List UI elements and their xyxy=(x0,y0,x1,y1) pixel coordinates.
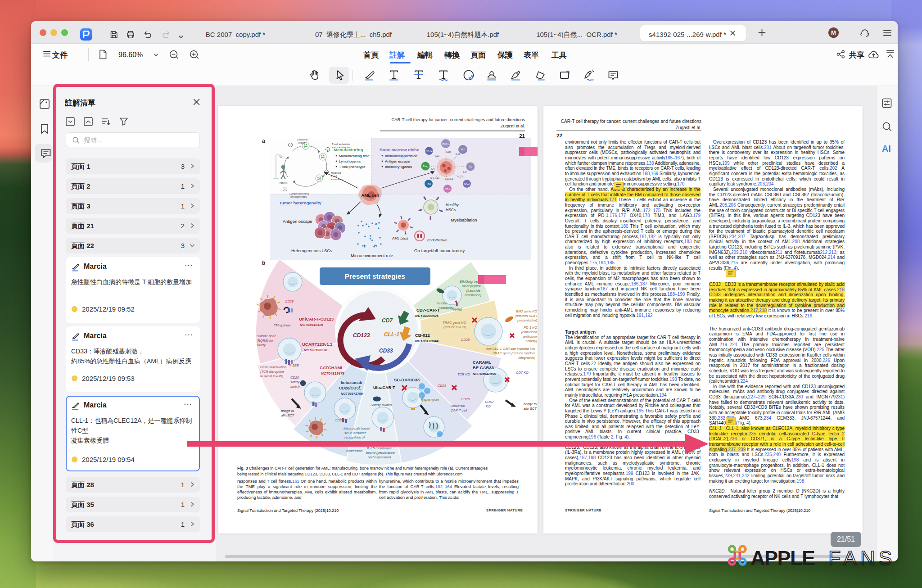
svg-text:Universal: Universal xyxy=(451,404,465,408)
svg-text:Fig. 3 Challenges in CAR-T c: Fig. 3 Challenges in CAR-T cell generati… xyxy=(237,466,488,470)
svg-text:T-cell activation: T-cell activation xyxy=(332,143,350,145)
svg-text:On-target/off-tumor toxicity: On-target/off-tumor toxicity xyxy=(414,248,465,253)
svg-text:Zugasti et al.: Zugasti et al. xyxy=(501,123,525,128)
svg-text:Lentiviral: Lentiviral xyxy=(297,138,307,141)
svg-text:FANS: FANS xyxy=(828,547,896,568)
svg-text:UniCAR-T-CD123: UniCAR-T-CD123 xyxy=(299,317,334,321)
svg-text:CD52: CD52 xyxy=(485,400,494,404)
svg-text:MDSC: MDSC xyxy=(442,142,450,145)
svg-text:(RQR8) for: (RQR8) for xyxy=(257,339,273,343)
svg-text:IL1B: IL1B xyxy=(446,150,451,153)
svg-text:Gene inactivation: Gene inactivation xyxy=(260,365,286,369)
svg-text:CATCHAML: CATCHAML xyxy=(320,365,343,370)
svg-text:VHH6: VHH6 xyxy=(453,308,462,312)
svg-text:APPLE: APPLE xyxy=(750,547,815,568)
svg-text:Modified: Modified xyxy=(331,172,341,174)
svg-text:presentation): presentation) xyxy=(517,318,537,322)
svg-text:CD123: CD123 xyxy=(353,332,370,339)
svg-text:resistance): resistance) xyxy=(465,293,481,297)
svg-text:integration): integration) xyxy=(518,356,535,360)
svg-text:CD7-CAR-T: CD7-CAR-T xyxy=(416,308,440,312)
svg-text:to avoid GvHD): to avoid GvHD) xyxy=(260,374,284,378)
svg-text:Treg: Treg xyxy=(423,165,428,167)
svg-text:T cell phenotype: T cell phenotype xyxy=(339,165,366,169)
svg-text:chemotherapy: chemotherapy xyxy=(290,195,307,198)
svg-text:Myeloablation: Myeloablation xyxy=(451,217,477,222)
svg-text:M2: M2 xyxy=(461,148,465,151)
svg-text:CD33: CD33 xyxy=(379,348,393,354)
svg-text:Anti CLL-1 CAR site inserted i: Anti CLL-1 CAR site inserted into xyxy=(485,347,535,351)
svg-text:NCT05949125: NCT05949125 xyxy=(300,323,324,327)
svg-text:Heterogeneous LSCs: Heterogeneous LSCs xyxy=(291,248,332,253)
svg-text:lintuzumab: lintuzumab xyxy=(341,380,362,385)
svg-text:SC-DARIC33: SC-DARIC33 xyxy=(394,377,420,382)
svg-text:N2: N2 xyxy=(469,165,472,168)
svg-text:ILC2: ILC2 xyxy=(464,182,470,185)
svg-text:CD28: CD28 xyxy=(461,397,470,401)
svg-text:Th2: Th2 xyxy=(426,182,431,185)
svg-text:bridge to: bridge to xyxy=(281,409,294,413)
svg-text:Bone marrow niche: Bone marrow niche xyxy=(380,147,419,152)
svg-text:AML cell: AML cell xyxy=(362,193,379,198)
svg-text:NCT03190278: NCT03190278 xyxy=(304,348,328,352)
svg-text:Tumor heterogeneity: Tumor heterogeneity xyxy=(279,200,321,205)
svg-text:Microenvironment role: Microenvironment role xyxy=(351,253,393,258)
svg-text:activity): activity) xyxy=(526,339,538,343)
svg-text:4-1BB: 4-1BB xyxy=(289,363,299,367)
svg-text:Healthy: Healthy xyxy=(446,203,459,207)
svg-text:TM epitope: TM epitope xyxy=(274,323,291,327)
svg-text:Safety switch: Safety switch xyxy=(371,403,392,407)
svg-text:IL13/: IL13/ xyxy=(458,175,463,178)
svg-text:and expansion): and expansion) xyxy=(368,455,391,459)
svg-text:CD28/CD3ζ: CD28/CD3ζ xyxy=(339,386,361,390)
svg-text:(enhanced: (enhanced xyxy=(521,330,538,334)
svg-text:Present strategies: Present strategies xyxy=(345,272,405,280)
svg-text:UCART123v1.2: UCART123v1.2 xyxy=(302,342,333,347)
svg-text:Immunosuppression: Immunosuppression xyxy=(385,154,417,158)
svg-text:IL10: IL10 xyxy=(456,153,460,155)
svg-text:motif peptide: motif peptide xyxy=(462,284,481,288)
svg-text:(fratricide: (fratricide xyxy=(466,289,480,293)
svg-text:(TCR disruption: (TCR disruption xyxy=(260,370,284,374)
svg-text:allo-SCT: allo-SCT xyxy=(524,407,538,411)
svg-text:NCT03971799: NCT03971799 xyxy=(341,392,363,396)
svg-text:NCT04318678: NCT04318678 xyxy=(321,371,345,375)
svg-text:IL4/ IL10: IL4/ IL10 xyxy=(430,176,439,179)
svg-text:21: 21 xyxy=(519,133,525,139)
svg-text:TRAC gene KO: TRAC gene KO xyxy=(443,321,466,325)
svg-text:CD28: CD28 xyxy=(461,338,470,342)
svg-text:HSCs: HSCs xyxy=(446,208,456,212)
svg-text:NCT05942599: NCT05942599 xyxy=(473,372,497,376)
svg-text:CD28: CD28 xyxy=(285,299,294,303)
svg-text:NKT2: NKT2 xyxy=(425,149,433,152)
svg-text:switch: switch xyxy=(290,384,300,389)
svg-text:(reduce GvHD): (reduce GvHD) xyxy=(443,325,466,329)
svg-text:NCT06128044: NCT06128044 xyxy=(415,339,439,343)
svg-text:PD-1 KO: PD-1 KO xyxy=(524,326,537,330)
svg-text:allo-SCT: allo-SCT xyxy=(281,413,295,417)
svg-text:Inhibitory ligands: Inhibitory ligands xyxy=(385,165,412,169)
svg-text:AML blast: AML blast xyxy=(392,236,408,240)
svg-text:Antigen escape: Antigen escape xyxy=(385,159,410,163)
svg-text:UltraCAR-T: UltraCAR-T xyxy=(373,385,395,390)
svg-text:T-cell: T-cell xyxy=(331,175,337,177)
svg-text:nanobody: nanobody xyxy=(438,306,454,310)
svg-text:IL13/IL5: IL13/IL5 xyxy=(445,177,453,180)
svg-text:CD28: CD28 xyxy=(335,418,344,422)
svg-text:antitumor: antitumor xyxy=(523,335,538,339)
svg-text:CAR-T cell: CAR-T cell xyxy=(451,408,467,412)
svg-text:CAR-T cell therapy for cancer:: CAR-T cell therapy for cancer: current c… xyxy=(391,117,525,122)
svg-text:CD20: CD20 xyxy=(290,375,299,380)
svg-text:Antigen escape: Antigen escape xyxy=(283,219,312,224)
svg-text:CD28: CD28 xyxy=(438,384,447,388)
svg-text:CD7 KO: CD7 KO xyxy=(516,371,529,375)
svg-text:TRAC gene (reduce random: TRAC gene (reduce random xyxy=(493,351,535,355)
svg-text:Endothelium: Endothelium xyxy=(427,238,447,242)
svg-text:(reduces HLA I: (reduces HLA I xyxy=(515,314,537,318)
svg-text:vector: vector xyxy=(298,141,305,144)
svg-text:Rapamycin: Rapamycin xyxy=(421,398,439,402)
svg-text:BE CAR33: BE CAR33 xyxy=(473,365,494,370)
svg-text:NCT02203825: NCT02203825 xyxy=(415,314,439,318)
svg-text:CARAML: CARAML xyxy=(473,360,491,365)
svg-text:CB-012: CB-012 xyxy=(415,333,430,338)
